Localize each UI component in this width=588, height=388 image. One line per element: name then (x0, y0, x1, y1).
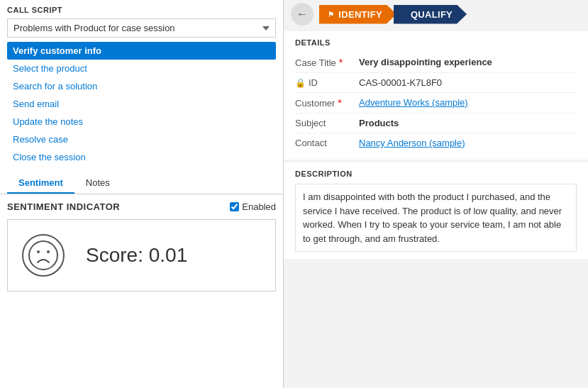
sad-face-icon (22, 234, 65, 277)
customer-value: Adventure Works (sample) (359, 97, 577, 108)
svg-point-0 (29, 241, 57, 270)
top-nav-bar: ← ⚑ IDENTIFY QUALIFY (284, 0, 588, 28)
nav-item-search-solution[interactable]: Search for a solution (7, 77, 276, 95)
id-row: 🔒 ID CAS-00001-K7L8F0 (295, 73, 577, 93)
tabs-bar: Sentiment Notes (0, 173, 283, 194)
case-title-label: Case Title * (295, 57, 359, 68)
contact-label: Contact (295, 138, 359, 148)
stage-identify[interactable]: ⚑ IDENTIFY (319, 5, 396, 24)
enabled-text: Enabled (242, 201, 276, 212)
stage-qualify[interactable]: QUALIFY (394, 5, 467, 24)
flag-icon: ⚑ (328, 11, 334, 18)
contact-link[interactable]: Nancy Anderson (sample) (359, 138, 465, 148)
left-panel: CALL SCRIPT Problems with Product for ca… (0, 0, 284, 388)
customer-required: * (338, 97, 341, 109)
tab-sentiment[interactable]: Sentiment (7, 173, 74, 194)
sentiment-content: SENTIMENT INDICATOR Enabled Score: 0.01 (0, 194, 283, 388)
lock-icon: 🔒 (295, 78, 306, 88)
nav-item-select-product[interactable]: Select the product (7, 60, 276, 77)
sentiment-indicator-label: SENTIMENT INDICATOR (7, 201, 120, 212)
tab-notes[interactable]: Notes (74, 173, 121, 194)
nav-item-verify-customer[interactable]: Verify customer info (7, 42, 276, 60)
subject-row: Subject Products (295, 113, 577, 133)
stage-bar: ⚑ IDENTIFY QUALIFY (319, 5, 467, 24)
svg-point-2 (47, 250, 50, 253)
sentiment-score: Score: 0.01 (86, 244, 187, 267)
nav-item-close-session[interactable]: Close the session (7, 148, 276, 166)
script-dropdown[interactable]: Problems with Product for case session (7, 18, 276, 38)
nav-item-send-email[interactable]: Send email (7, 95, 276, 113)
nav-item-update-notes[interactable]: Update the notes (7, 113, 276, 131)
case-title-row: Case Title * Very disappointing experien… (295, 52, 577, 73)
customer-label: Customer * (295, 97, 359, 109)
details-section: DETAILS Case Title * Very disappointing … (284, 31, 588, 160)
tabs-area: Sentiment Notes SENTIMENT INDICATOR Enab… (0, 173, 283, 388)
customer-row: Customer * Adventure Works (sample) (295, 93, 577, 113)
subject-value: Products (359, 118, 577, 128)
right-panel: ← ⚑ IDENTIFY QUALIFY DETAILS Case Title … (284, 0, 588, 388)
enabled-checkbox[interactable] (230, 202, 239, 211)
stage-qualify-label: QUALIFY (411, 9, 453, 20)
subject-label: Subject (295, 118, 359, 128)
case-title-required: * (339, 57, 343, 68)
svg-point-1 (37, 250, 40, 253)
contact-value: Nancy Anderson (sample) (359, 138, 577, 148)
case-title-value: Very disappointing experience (359, 57, 577, 67)
customer-link[interactable]: Adventure Works (sample) (359, 97, 468, 108)
nav-item-resolve-case[interactable]: Resolve case (7, 131, 276, 148)
enabled-checkbox-label[interactable]: Enabled (230, 201, 276, 212)
back-button[interactable]: ← (291, 3, 314, 26)
dropdown-wrapper: Problems with Product for case session (0, 17, 283, 42)
details-header: DETAILS (295, 38, 577, 47)
description-header: DESCRIPTION (295, 170, 577, 178)
sentiment-box: Score: 0.01 (7, 219, 276, 292)
sentiment-indicator-header: SENTIMENT INDICATOR Enabled (7, 201, 276, 212)
id-label: 🔒 ID (295, 77, 359, 88)
id-value: CAS-00001-K7L8F0 (359, 77, 577, 88)
description-text: I am disappointed with both the product … (295, 184, 577, 252)
nav-list: Verify customer info Select the product … (0, 42, 283, 166)
description-section: DESCRIPTION I am disappointed with both … (284, 162, 588, 259)
call-script-header: CALL SCRIPT (0, 0, 283, 17)
stage-identify-label: IDENTIFY (338, 9, 382, 20)
contact-row: Contact Nancy Anderson (sample) (295, 133, 577, 153)
